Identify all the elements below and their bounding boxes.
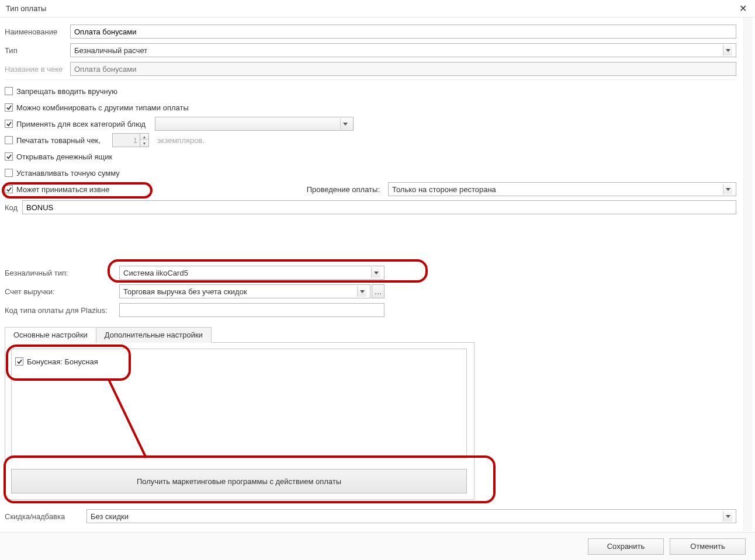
tab-main[interactable]: Основные настройки — [5, 327, 96, 343]
receipt-name-label: Название в чеке — [5, 65, 70, 74]
title-bar: Тип оплаты ✕ — [0, 0, 755, 18]
plazius-code-label: Код типа оплаты для Plazius: — [5, 306, 119, 315]
svg-marker-2 — [726, 188, 730, 191]
external-checkbox[interactable] — [5, 185, 13, 193]
type-label: Тип — [5, 46, 70, 55]
chevron-down-icon — [357, 286, 366, 297]
external-label: Может приниматься извне — [16, 185, 109, 194]
window-title: Тип оплаты — [6, 4, 46, 13]
chevron-down-icon — [723, 45, 732, 55]
bonus-program-checkbox[interactable] — [15, 357, 23, 366]
forbid-manual-checkbox[interactable] — [5, 87, 13, 95]
copies-spinner: ▲ ▼ — [140, 133, 149, 147]
processing-combo[interactable]: Только на стороне ресторана — [388, 182, 736, 196]
open-drawer-checkbox[interactable] — [5, 152, 13, 161]
svg-marker-5 — [726, 515, 730, 518]
apply-all-cat-label: Применять для всех категорий блюд — [16, 120, 146, 128]
close-icon[interactable]: ✕ — [736, 2, 750, 15]
code-label: Код — [5, 203, 22, 212]
type-combo[interactable]: Безналичный расчет — [70, 43, 736, 57]
processing-label: Проведение оплаты: — [307, 185, 380, 194]
chevron-down-icon — [371, 267, 380, 278]
save-button[interactable]: Сохранить — [588, 538, 664, 555]
print-receipt-label: Печатать товарный чек, — [16, 136, 101, 145]
chevron-down-icon — [340, 119, 349, 129]
name-input[interactable] — [70, 25, 736, 39]
combine-label: Можно комбинировать с другими типами опл… — [16, 103, 189, 112]
vertical-scrollbar[interactable] — [743, 18, 753, 531]
exact-amount-label: Устанавливать точную сумму — [16, 169, 120, 178]
footer: Сохранить Отменить — [0, 532, 755, 560]
get-programs-label: Получить маркетинговые программы с дейст… — [137, 477, 341, 486]
svg-marker-0 — [726, 49, 730, 52]
chevron-down-icon — [723, 184, 732, 194]
cashless-type-combo[interactable]: Система iikoCard5 — [119, 266, 385, 280]
revenue-acc-browse-button[interactable]: … — [372, 284, 385, 298]
bonus-program-label: Бонусная: Бонусная — [27, 357, 98, 366]
revenue-acc-value: Торговая выручка без учета скидок — [123, 287, 357, 296]
discount-combo[interactable]: Без скидки — [86, 509, 736, 523]
categories-combo[interactable] — [155, 117, 354, 131]
forbid-manual-label: Запрещать вводить вручную — [16, 87, 117, 96]
cashless-type-value: Система iikoCard5 — [123, 269, 371, 277]
get-programs-button[interactable]: Получить маркетинговые программы с дейст… — [11, 469, 467, 493]
code-input[interactable] — [22, 200, 736, 214]
spin-up-icon: ▲ — [140, 134, 148, 140]
svg-marker-1 — [343, 123, 348, 126]
type-value: Безналичный расчет — [74, 46, 723, 55]
tabs: Основные настройки Дополнительные настро… — [5, 326, 475, 343]
programs-listbox[interactable]: Бонусная: Бонусная — [11, 349, 467, 458]
revenue-acc-combo[interactable]: Торговая выручка без учета скидок — [119, 284, 370, 298]
chevron-down-icon — [723, 511, 732, 521]
discount-label: Скидка/надбавка — [5, 512, 86, 521]
plazius-code-input[interactable] — [119, 303, 385, 317]
exact-amount-checkbox[interactable] — [5, 169, 13, 177]
svg-marker-3 — [374, 272, 379, 274]
name-label: Наименование — [5, 27, 70, 36]
cashless-type-label: Безналичный тип: — [5, 269, 119, 277]
tab-panel-main: Бонусная: Бонусная Получить маркетинговы… — [5, 343, 475, 500]
combine-checkbox[interactable] — [5, 103, 13, 112]
processing-value: Только на стороне ресторана — [392, 185, 723, 194]
copies-suffix: экземпляров. — [157, 136, 205, 145]
svg-marker-4 — [360, 290, 365, 293]
spin-down-icon: ▼ — [140, 140, 148, 147]
receipt-name-input — [70, 62, 736, 76]
open-drawer-label: Открывать денежный ящик — [16, 152, 112, 161]
print-receipt-checkbox[interactable] — [5, 136, 13, 144]
cancel-button[interactable]: Отменить — [670, 538, 746, 555]
tab-extra[interactable]: Дополнительные настройки — [96, 327, 212, 343]
revenue-acc-label: Счет выручки: — [5, 287, 119, 296]
discount-value: Без скидки — [91, 512, 723, 521]
apply-all-cat-checkbox[interactable] — [5, 120, 13, 128]
copies-input — [112, 133, 140, 147]
